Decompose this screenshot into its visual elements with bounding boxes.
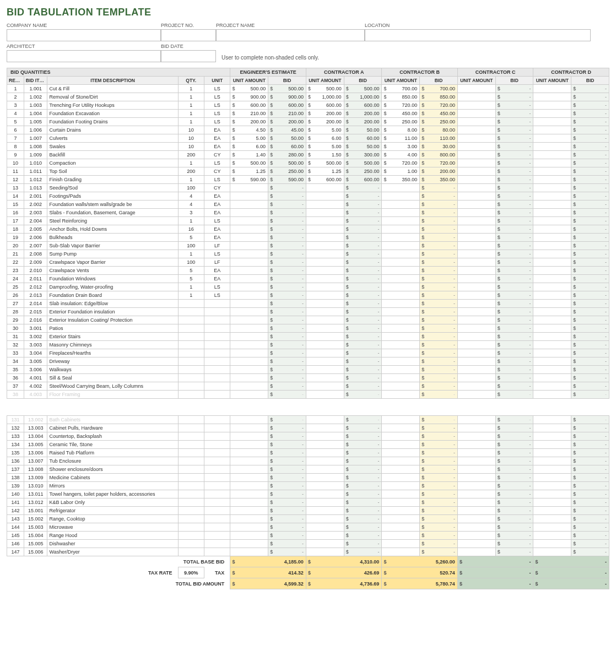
- cell[interactable]: [533, 118, 571, 126]
- cell[interactable]: [306, 498, 344, 507]
- cell[interactable]: [533, 490, 571, 498]
- cell[interactable]: [306, 424, 344, 432]
- cell[interactable]: [306, 258, 344, 267]
- cell[interactable]: [306, 432, 344, 441]
- cell[interactable]: [306, 391, 344, 399]
- cell[interactable]: [230, 275, 268, 283]
- cell[interactable]: [457, 209, 495, 217]
- qty-cell[interactable]: 1: [178, 93, 204, 101]
- cell[interactable]: [306, 209, 344, 217]
- unit-cell[interactable]: LS: [204, 283, 230, 291]
- unit-cell[interactable]: LS: [204, 101, 230, 110]
- cell[interactable]: [230, 258, 268, 267]
- cell[interactable]: [382, 242, 420, 250]
- cell[interactable]: [457, 143, 495, 151]
- cell[interactable]: [306, 333, 344, 341]
- cell[interactable]: [230, 184, 268, 192]
- qty-cell[interactable]: [178, 316, 204, 324]
- cell[interactable]: 8.00: [382, 126, 420, 134]
- unit-cell[interactable]: LF: [204, 242, 230, 250]
- cell[interactable]: [230, 200, 268, 209]
- architect-field[interactable]: [7, 50, 161, 62]
- cell[interactable]: 600.00: [306, 101, 344, 110]
- cell[interactable]: [382, 391, 420, 399]
- unit-cell[interactable]: [204, 357, 230, 366]
- cell[interactable]: 850.00: [382, 93, 420, 101]
- qty-cell[interactable]: 1: [178, 159, 204, 167]
- cell[interactable]: [382, 275, 420, 283]
- unit-cell[interactable]: EA: [204, 209, 230, 217]
- unit-cell[interactable]: EA: [204, 267, 230, 275]
- unit-cell[interactable]: LS: [204, 118, 230, 126]
- cell[interactable]: [382, 416, 420, 424]
- cell[interactable]: [230, 416, 268, 424]
- unit-cell[interactable]: CY: [204, 167, 230, 176]
- cell[interactable]: [382, 217, 420, 225]
- cell[interactable]: [230, 300, 268, 308]
- cell[interactable]: [306, 242, 344, 250]
- qty-cell[interactable]: [178, 308, 204, 316]
- cell[interactable]: [457, 93, 495, 101]
- cell[interactable]: [533, 200, 571, 209]
- cell[interactable]: [382, 258, 420, 267]
- unit-cell[interactable]: [204, 498, 230, 507]
- cell[interactable]: [457, 85, 495, 93]
- qty-cell[interactable]: [178, 416, 204, 424]
- taxrate-value[interactable]: 9.90%: [178, 567, 204, 578]
- cell[interactable]: [457, 324, 495, 333]
- unit-cell[interactable]: LS: [204, 291, 230, 300]
- unit-cell[interactable]: [204, 441, 230, 449]
- biddate-field[interactable]: [161, 50, 216, 62]
- cell[interactable]: [306, 283, 344, 291]
- cell[interactable]: [230, 515, 268, 523]
- cell[interactable]: [457, 258, 495, 267]
- cell[interactable]: [533, 333, 571, 341]
- cell[interactable]: [382, 234, 420, 242]
- cell[interactable]: [382, 432, 420, 441]
- cell[interactable]: 210.00: [230, 110, 268, 118]
- qty-cell[interactable]: 100: [178, 242, 204, 250]
- cell[interactable]: [306, 349, 344, 357]
- qty-cell[interactable]: [178, 515, 204, 523]
- cell[interactable]: [230, 391, 268, 399]
- cell[interactable]: [533, 134, 571, 143]
- cell[interactable]: 4.00: [382, 151, 420, 159]
- qty-cell[interactable]: [178, 382, 204, 391]
- qty-cell[interactable]: 100: [178, 258, 204, 267]
- qty-cell[interactable]: [178, 540, 204, 548]
- cell[interactable]: [382, 548, 420, 556]
- qty-cell[interactable]: [178, 357, 204, 366]
- qty-cell[interactable]: 1: [178, 217, 204, 225]
- cell[interactable]: [306, 200, 344, 209]
- cell[interactable]: [457, 192, 495, 200]
- cell[interactable]: [230, 474, 268, 482]
- qty-cell[interactable]: 200: [178, 167, 204, 176]
- cell[interactable]: [457, 449, 495, 457]
- cell[interactable]: [533, 300, 571, 308]
- qty-cell[interactable]: [178, 482, 204, 490]
- cell[interactable]: [306, 300, 344, 308]
- cell[interactable]: [533, 308, 571, 316]
- unit-cell[interactable]: LS: [204, 250, 230, 258]
- cell[interactable]: [230, 209, 268, 217]
- cell[interactable]: [533, 283, 571, 291]
- cell[interactable]: [457, 507, 495, 515]
- cell[interactable]: [230, 540, 268, 548]
- unit-cell[interactable]: [204, 316, 230, 324]
- qty-cell[interactable]: 1: [178, 101, 204, 110]
- unit-cell[interactable]: [204, 449, 230, 457]
- cell[interactable]: [457, 366, 495, 374]
- cell[interactable]: [382, 283, 420, 291]
- cell[interactable]: [457, 548, 495, 556]
- cell[interactable]: [457, 118, 495, 126]
- unit-cell[interactable]: EA: [204, 143, 230, 151]
- cell[interactable]: [382, 424, 420, 432]
- cell[interactable]: [306, 184, 344, 192]
- cell[interactable]: [533, 357, 571, 366]
- cell[interactable]: 1.40: [230, 151, 268, 159]
- company-field[interactable]: [7, 29, 161, 41]
- cell[interactable]: [533, 192, 571, 200]
- cell[interactable]: [457, 416, 495, 424]
- cell[interactable]: 11.00: [382, 134, 420, 143]
- unit-cell[interactable]: LS: [204, 85, 230, 93]
